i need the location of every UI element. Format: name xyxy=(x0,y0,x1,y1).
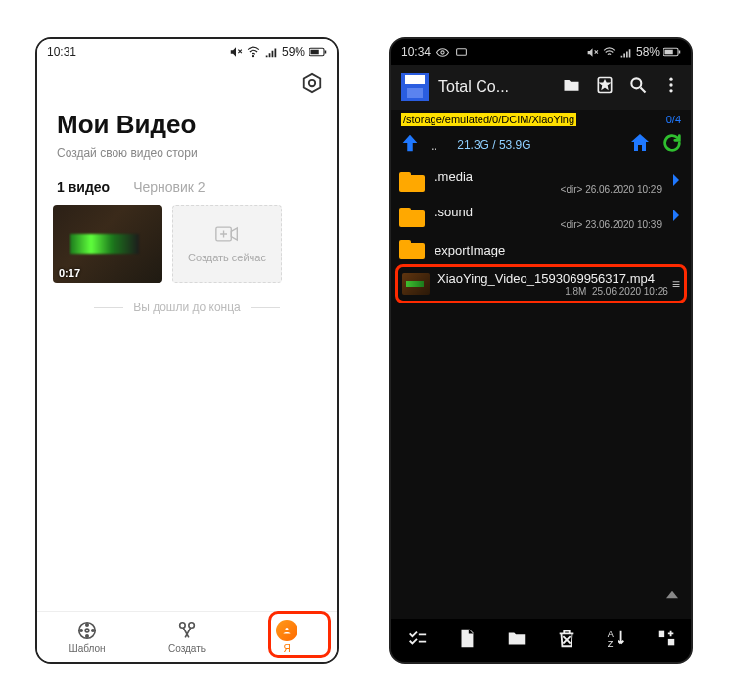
folder-row-media[interactable]: .media <dir> 26.06.2020 10:29 xyxy=(391,164,691,200)
battery-icon xyxy=(309,47,327,57)
file-name: .sound xyxy=(435,205,662,219)
scroll-up-icon[interactable] xyxy=(663,587,681,609)
file-new-icon[interactable] xyxy=(456,628,478,653)
bookmark-icon[interactable] xyxy=(595,75,615,99)
nav-create-label: Создать xyxy=(168,643,206,654)
svg-point-18 xyxy=(92,630,94,631)
status-bar-right: 10:34 58% xyxy=(391,39,691,65)
mute-icon xyxy=(229,45,243,59)
nav-template[interactable]: Шаблон xyxy=(37,612,137,662)
file-name: .media xyxy=(435,169,662,184)
end-marker: Вы дошли до конца xyxy=(37,301,337,314)
svg-point-9 xyxy=(309,80,315,86)
select-icon[interactable] xyxy=(406,628,428,653)
file-meta: <dir> 26.06.2020 10:29 xyxy=(435,184,662,195)
svg-point-4 xyxy=(252,56,253,57)
message-icon xyxy=(455,46,468,59)
file-list: .media <dir> 26.06.2020 10:29 .sound <di… xyxy=(391,164,691,303)
svg-point-14 xyxy=(85,629,89,632)
svg-point-19 xyxy=(180,623,186,629)
mute-icon xyxy=(586,46,599,59)
chevron-right-icon[interactable] xyxy=(667,207,685,228)
phone-right: 10:34 58% Total Co... /storage/emulated/… xyxy=(389,37,693,664)
me-icon xyxy=(276,620,297,641)
signal-icon xyxy=(264,45,278,59)
nav-me[interactable]: Я xyxy=(237,612,337,662)
svg-point-34 xyxy=(669,89,672,92)
svg-point-22 xyxy=(441,50,444,53)
titlebar: Total Co... xyxy=(391,65,691,110)
video-thumbnail[interactable]: 0:17 xyxy=(53,205,162,283)
storage-text: 21.3G / 53.9G xyxy=(457,138,530,152)
phone-left: 10:31 59% Мои Видео Создай свою видео ст… xyxy=(35,37,339,664)
status-time: 10:31 xyxy=(47,45,76,59)
parent-dots: .. xyxy=(431,138,437,153)
app-title: Total Co... xyxy=(438,78,509,96)
svg-rect-28 xyxy=(679,51,681,54)
wifi-icon xyxy=(247,45,260,59)
nav-create[interactable]: Создать xyxy=(137,612,237,662)
file-counter: 0/4 xyxy=(666,114,681,125)
svg-point-15 xyxy=(86,624,88,626)
file-meta: <dir> 23.06.2020 10:39 xyxy=(435,219,662,230)
path-display[interactable]: /storage/emulated/0/DCIM/XiaoYing xyxy=(401,113,576,126)
tab-drafts[interactable]: Черновик 2 xyxy=(133,179,205,195)
battery-text-r: 58% xyxy=(636,45,660,59)
svg-rect-27 xyxy=(665,50,673,55)
folder-icon xyxy=(399,240,425,259)
svg-point-33 xyxy=(669,83,672,86)
video-duration: 0:17 xyxy=(59,267,80,279)
file-meta: 1.8M 25.06.2020 10:26 xyxy=(437,286,668,297)
create-now-card[interactable]: Создать сейчас xyxy=(172,205,282,283)
up-arrow-icon[interactable] xyxy=(399,132,421,158)
drag-handle-icon[interactable]: ≡ xyxy=(672,279,680,289)
delete-icon[interactable] xyxy=(556,628,577,653)
svg-text:A: A xyxy=(607,630,614,639)
svg-rect-6 xyxy=(311,50,319,55)
nav-template-label: Шаблон xyxy=(69,643,105,654)
more-icon[interactable] xyxy=(662,75,681,99)
video-file-row[interactable]: XiaoYing_Video_1593069956317.mp4 1.8M 25… xyxy=(395,264,687,303)
end-text: Вы дошли до конца xyxy=(133,301,241,314)
svg-rect-23 xyxy=(457,48,467,55)
settings-icon[interactable] xyxy=(301,72,323,98)
svg-point-30 xyxy=(631,78,641,88)
svg-rect-41 xyxy=(658,631,663,637)
bottom-toolbar: AZ xyxy=(391,619,691,662)
file-name: exportImage xyxy=(435,243,685,257)
sort-icon[interactable]: AZ xyxy=(606,628,627,653)
folder-row-sound[interactable]: .sound <dir> 23.06.2020 10:39 xyxy=(391,200,691,235)
svg-rect-42 xyxy=(667,639,673,645)
bottom-nav: Шаблон Создать Я xyxy=(37,611,337,662)
page-subtitle: Создай свою видео стори xyxy=(57,146,317,160)
svg-line-31 xyxy=(641,88,646,93)
svg-text:Z: Z xyxy=(607,639,613,649)
tabs: 1 видео Черновик 2 xyxy=(37,173,337,205)
svg-point-21 xyxy=(286,628,289,630)
reload-icon[interactable] xyxy=(662,132,683,158)
svg-point-32 xyxy=(669,78,672,81)
chevron-right-icon[interactable] xyxy=(667,171,685,193)
battery-text: 59% xyxy=(282,45,305,59)
tab-videos[interactable]: 1 видео xyxy=(57,179,110,195)
page-title: Мои Видео xyxy=(57,110,317,140)
folder-icon xyxy=(399,208,425,227)
folder-icon xyxy=(399,172,425,192)
folder-row-exportimage[interactable]: exportImage xyxy=(391,235,691,261)
search-icon[interactable] xyxy=(628,75,648,99)
home-icon[interactable] xyxy=(628,131,652,159)
folder-new-icon[interactable] xyxy=(506,628,527,653)
svg-point-16 xyxy=(86,635,88,637)
status-bar-left: 10:31 59% xyxy=(37,39,337,65)
svg-point-17 xyxy=(80,630,82,631)
svg-marker-8 xyxy=(304,74,321,92)
panels-icon[interactable] xyxy=(656,628,677,653)
camera-plus-icon xyxy=(215,224,239,246)
wifi-icon xyxy=(603,46,616,59)
create-now-label: Создать сейчас xyxy=(188,252,266,263)
folder-icon[interactable] xyxy=(562,75,581,99)
status-time-r: 10:34 xyxy=(401,45,431,59)
nav-me-label: Я xyxy=(283,643,290,654)
signal-icon xyxy=(619,46,632,59)
file-name: XiaoYing_Video_1593069956317.mp4 xyxy=(437,271,668,286)
